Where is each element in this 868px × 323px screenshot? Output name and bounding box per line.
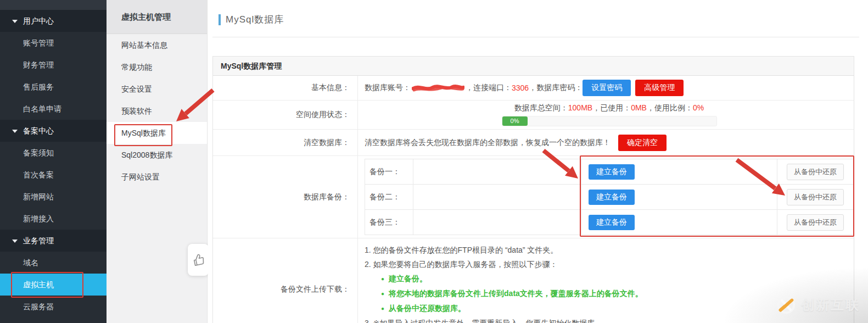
- clear-database-row: 清空数据库： 清空数据库将会丢失您现在数据库的全部数据，恢复成一个空的数据库！ …: [213, 130, 854, 156]
- set-password-button[interactable]: 设置密码: [583, 80, 631, 96]
- sidebar-item-domain[interactable]: 域名: [0, 252, 107, 274]
- advanced-manage-button[interactable]: 高级管理: [635, 80, 684, 96]
- sidebar-item-add-access[interactable]: 新增接入: [0, 208, 107, 230]
- chevron-down-icon: [12, 240, 18, 243]
- thumb-up-icon: [190, 252, 207, 269]
- clear-database-content: 清空数据库将会丢失您现在数据库的全部数据，恢复成一个空的数据库！ 确定清空: [358, 130, 854, 155]
- backup-slot-label: 备份一：: [365, 159, 413, 184]
- sidebar-item-virtual-host[interactable]: 虚拟主机: [0, 274, 107, 296]
- used-space-value: 0MB: [631, 103, 647, 112]
- redacted-account-scribble: [412, 83, 464, 93]
- instruction-line-2: 2. 如果您要将自己的数据库导入服务器，按照以下步骤：: [365, 257, 643, 271]
- main-content: MySql数据库 MySql数据库管理 基本信息： 数据库账号： ，连接端口： …: [208, 0, 868, 323]
- port-value: 3306: [512, 83, 529, 92]
- submenu-item-site-basic-info[interactable]: 网站基本信息: [107, 34, 207, 56]
- backup-slot-info: [413, 159, 581, 184]
- row-label: 空间使用状态：: [213, 101, 358, 129]
- sidebar-item-first-filing[interactable]: 首次备案: [0, 164, 107, 186]
- backup-row-3: 备份三： 建立备份 从备份中还原: [365, 210, 853, 235]
- backup-slot-info: [413, 185, 581, 209]
- title-accent-bar: [219, 14, 221, 25]
- usage-progress-track: 0%: [502, 116, 717, 126]
- submenu-item-general-functions[interactable]: 常规功能: [107, 56, 207, 78]
- restore-backup-button-2[interactable]: 从备份中还原: [787, 189, 844, 205]
- total-space-value: 100MB: [568, 103, 592, 112]
- instruction-bullet-3: ●从备份中还原数据库。: [365, 301, 643, 316]
- title-divider: [212, 37, 859, 37]
- backup-upload-content: 1. 您的备份文件存放在您的FTP根目录的 “data” 文件夹。 2. 如果您…: [358, 238, 854, 323]
- sidebar-top-strip: [0, 0, 107, 10]
- sidebar-item-cloud-server[interactable]: 云服务器: [0, 296, 107, 318]
- sidebar-section-user-center[interactable]: 用户中心: [0, 10, 107, 32]
- sidebar-item-whitelist-apply[interactable]: 白名单申请: [0, 98, 107, 120]
- space-usage-text: 数据库总空间：100MB，已使用：0MB，使用比例：0%: [514, 103, 704, 113]
- sidebar-item-after-sales[interactable]: 售后服务: [0, 76, 107, 98]
- secondary-sidebar: 虚拟主机管理 网站基本信息 常规功能 安全设置 预装软件 MySql数据库 Sq…: [107, 0, 208, 323]
- instruction-bullet-1: ●建立备份。: [365, 271, 643, 286]
- instruction-line-3: 3. ※如果导入过程中发生意外，需要重新导入，您要先初始化数据库。: [365, 316, 643, 323]
- submenu-item-mysql-database[interactable]: MySql数据库: [107, 122, 207, 144]
- basic-info-content: 数据库账号： ，连接端口： 3306 ，数据库密码： 设置密码 高级管理: [358, 76, 854, 100]
- restore-backup-button-1[interactable]: 从备份中还原: [787, 164, 844, 180]
- bullet-dot-icon: ●: [381, 291, 384, 297]
- sidebar-section-label: 用户中心: [0, 10, 54, 32]
- backup-slot-label: 备份三：: [365, 210, 413, 235]
- bullet-dot-icon: ●: [381, 305, 384, 311]
- create-backup-button-2[interactable]: 建立备份: [589, 190, 635, 205]
- sidebar-item-finance-management[interactable]: 财务管理: [0, 54, 107, 76]
- backup-row-2: 备份二： 建立备份 从备份中还原: [365, 185, 853, 210]
- database-backup-content: 备份一： 建立备份 从备份中还原 备份二： 建立备份 从备份中还原: [358, 156, 854, 238]
- create-backup-button-3[interactable]: 建立备份: [589, 215, 635, 230]
- usage-progress-fill: 0%: [502, 116, 528, 126]
- submenu-item-preinstalled-software[interactable]: 预装软件: [107, 100, 207, 122]
- usage-ratio-value: 0%: [693, 103, 704, 112]
- clear-warning-text: 清空数据库将会丢失您现在数据库的全部数据，恢复成一个空的数据库！: [365, 138, 611, 148]
- chevron-down-icon: [12, 20, 18, 23]
- backup-slot-info: [413, 210, 581, 235]
- sidebar-section-label: 备案中心: [0, 120, 54, 142]
- page-title: MySql数据库: [219, 13, 284, 26]
- sidebar-item-add-website[interactable]: 新增网站: [0, 186, 107, 208]
- sidebar-section-business-management[interactable]: 业务管理: [0, 230, 107, 252]
- backup-table: 备份一： 建立备份 从备份中还原 备份二： 建立备份 从备份中还原: [365, 159, 854, 235]
- bullet-dot-icon: ●: [381, 276, 384, 282]
- confirm-clear-button[interactable]: 确定清空: [618, 135, 667, 151]
- collapse-handle[interactable]: [188, 244, 209, 276]
- instruction-line-1: 1. 您的备份文件存放在您的FTP根目录的 “data” 文件夹。: [365, 243, 643, 257]
- row-label: 基本信息：: [213, 76, 358, 100]
- password-label: ，数据库密码：: [529, 83, 583, 93]
- panel-header: MySql数据库管理: [213, 57, 854, 76]
- account-label: 数据库账号：: [365, 83, 411, 93]
- space-usage-row: 空间使用状态： 数据库总空间：100MB，已使用：0MB，使用比例：0% 0%: [213, 101, 854, 130]
- row-label: 清空数据库：: [213, 130, 358, 155]
- chevron-down-icon: [12, 130, 18, 133]
- database-backup-row: 数据库备份： 备份一： 建立备份 从备份中还原 备份二： 建立备份: [213, 156, 854, 238]
- submenu-item-security-settings[interactable]: 安全设置: [107, 78, 207, 100]
- sidebar-section-filing-center[interactable]: 备案中心: [0, 120, 107, 142]
- sidebar-section-label: 业务管理: [0, 230, 54, 252]
- secondary-sidebar-title: 虚拟主机管理: [107, 0, 207, 34]
- row-label: 备份文件上传下载：: [213, 238, 358, 323]
- backup-slot-label: 备份二：: [365, 185, 413, 209]
- sidebar-item-account-management[interactable]: 账号管理: [0, 32, 107, 54]
- submenu-item-sql2008-database[interactable]: Sql2008数据库: [107, 144, 207, 166]
- space-usage-content: 数据库总空间：100MB，已使用：0MB，使用比例：0% 0%: [358, 101, 854, 129]
- backup-upload-row: 备份文件上传下载： 1. 您的备份文件存放在您的FTP根目录的 “data” 文…: [213, 238, 854, 323]
- sidebar-item-filing-notice[interactable]: 备案须知: [0, 142, 107, 164]
- backup-row-1: 备份一： 建立备份 从备份中还原: [365, 159, 853, 185]
- port-label: ，连接端口：: [466, 83, 512, 93]
- basic-info-row: 基本信息： 数据库账号： ，连接端口： 3306 ，数据库密码： 设置密码 高级…: [213, 76, 854, 101]
- restore-backup-button-3[interactable]: 从备份中还原: [787, 214, 844, 231]
- submenu-item-subsite-settings[interactable]: 子网站设置: [107, 166, 207, 188]
- row-label: 数据库备份：: [213, 156, 358, 238]
- primary-sidebar: 用户中心 账号管理 财务管理 售后服务 白名单申请 备案中心 备案须知 首次备案…: [0, 0, 107, 323]
- instruction-bullet-2: ●将您本地的数据库备份文件上传到data文件夹，覆盖服务器上的备份文件。: [365, 286, 643, 301]
- create-backup-button-1[interactable]: 建立备份: [589, 164, 635, 180]
- app-window: 用户中心 账号管理 财务管理 售后服务 白名单申请 备案中心 备案须知 首次备案…: [0, 0, 868, 323]
- mysql-management-panel: MySql数据库管理 基本信息： 数据库账号： ，连接端口： 3306 ，数据库…: [212, 56, 854, 323]
